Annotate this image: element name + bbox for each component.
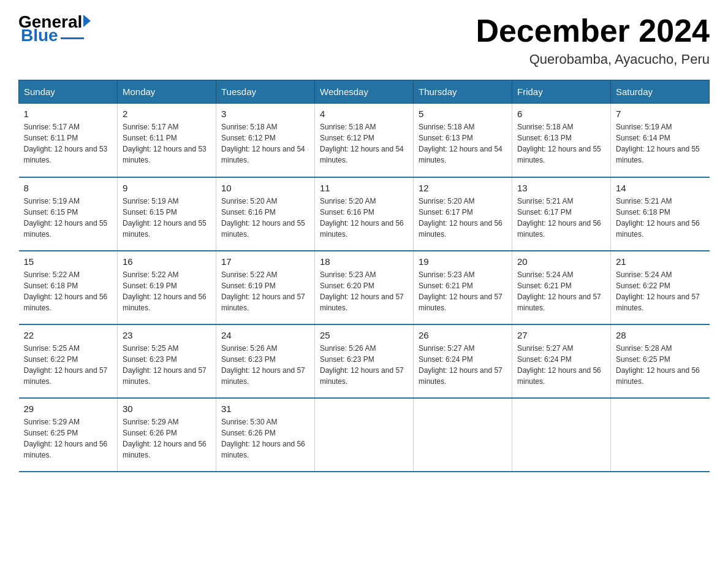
calendar-week-row: 29 Sunrise: 5:29 AM Sunset: 6:25 PM Dayl… (19, 398, 710, 472)
calendar-day-cell: 30 Sunrise: 5:29 AM Sunset: 6:26 PM Dayl… (118, 398, 216, 472)
calendar-week-row: 15 Sunrise: 5:22 AM Sunset: 6:18 PM Dayl… (19, 251, 710, 324)
day-number: 11 (320, 183, 408, 193)
calendar-week-row: 8 Sunrise: 5:19 AM Sunset: 6:15 PM Dayli… (19, 177, 710, 251)
logo: General Blue (18, 12, 91, 45)
header: General Blue December 2024 Querobamba, A… (18, 12, 710, 67)
day-number: 10 (221, 183, 309, 193)
calendar-day-cell (315, 398, 414, 472)
day-info: Sunrise: 5:29 AM Sunset: 6:26 PM Dayligh… (123, 416, 211, 461)
day-of-week-header: Tuesday (216, 80, 315, 104)
day-info: Sunrise: 5:20 AM Sunset: 6:16 PM Dayligh… (320, 196, 408, 240)
day-info: Sunrise: 5:19 AM Sunset: 6:15 PM Dayligh… (24, 196, 113, 240)
calendar-day-cell: 19 Sunrise: 5:23 AM Sunset: 6:21 PM Dayl… (414, 251, 512, 324)
day-number: 15 (24, 256, 113, 267)
calendar-day-cell: 11 Sunrise: 5:20 AM Sunset: 6:16 PM Dayl… (315, 177, 414, 251)
calendar-day-cell: 17 Sunrise: 5:22 AM Sunset: 6:19 PM Dayl… (216, 251, 315, 324)
calendar-week-row: 1 Sunrise: 5:17 AM Sunset: 6:11 PM Dayli… (19, 104, 710, 177)
day-info: Sunrise: 5:23 AM Sunset: 6:21 PM Dayligh… (419, 269, 507, 313)
title-area: December 2024 Querobamba, Ayacucho, Peru (476, 12, 710, 67)
day-info: Sunrise: 5:22 AM Sunset: 6:19 PM Dayligh… (123, 269, 211, 313)
day-number: 26 (419, 330, 507, 340)
calendar-day-cell: 1 Sunrise: 5:17 AM Sunset: 6:11 PM Dayli… (19, 104, 118, 177)
day-of-week-header: Monday (118, 80, 216, 104)
day-info: Sunrise: 5:30 AM Sunset: 6:26 PM Dayligh… (221, 416, 309, 461)
day-number: 27 (517, 330, 605, 340)
day-number: 5 (419, 109, 507, 119)
calendar-day-cell: 29 Sunrise: 5:29 AM Sunset: 6:25 PM Dayl… (19, 398, 118, 472)
day-of-week-header: Friday (512, 80, 611, 104)
day-info: Sunrise: 5:29 AM Sunset: 6:25 PM Dayligh… (24, 416, 113, 461)
month-title: December 2024 (476, 12, 710, 49)
day-number: 23 (123, 330, 211, 340)
day-info: Sunrise: 5:27 AM Sunset: 6:24 PM Dayligh… (419, 343, 507, 387)
day-info: Sunrise: 5:21 AM Sunset: 6:17 PM Dayligh… (517, 196, 605, 240)
day-number: 20 (517, 256, 605, 267)
day-number: 25 (320, 330, 408, 340)
day-of-week-header: Saturday (611, 80, 710, 104)
calendar-day-cell: 26 Sunrise: 5:27 AM Sunset: 6:24 PM Dayl… (414, 324, 512, 398)
day-info: Sunrise: 5:18 AM Sunset: 6:13 PM Dayligh… (419, 121, 507, 166)
day-of-week-header: Sunday (19, 80, 118, 104)
day-of-week-header: Wednesday (315, 80, 414, 104)
day-number: 21 (616, 256, 705, 267)
calendar-day-cell: 3 Sunrise: 5:18 AM Sunset: 6:12 PM Dayli… (216, 104, 315, 177)
calendar-day-cell: 16 Sunrise: 5:22 AM Sunset: 6:19 PM Dayl… (118, 251, 216, 324)
day-info: Sunrise: 5:25 AM Sunset: 6:22 PM Dayligh… (24, 343, 113, 387)
calendar-header-row: SundayMondayTuesdayWednesdayThursdayFrid… (19, 80, 710, 104)
day-number: 2 (123, 109, 211, 119)
day-number: 7 (616, 109, 705, 119)
calendar-day-cell: 6 Sunrise: 5:18 AM Sunset: 6:13 PM Dayli… (512, 104, 611, 177)
calendar-day-cell: 9 Sunrise: 5:19 AM Sunset: 6:15 PM Dayli… (118, 177, 216, 251)
calendar-day-cell: 23 Sunrise: 5:25 AM Sunset: 6:23 PM Dayl… (118, 324, 216, 398)
day-info: Sunrise: 5:27 AM Sunset: 6:24 PM Dayligh… (517, 343, 605, 387)
day-info: Sunrise: 5:26 AM Sunset: 6:23 PM Dayligh… (221, 343, 309, 387)
day-info: Sunrise: 5:22 AM Sunset: 6:18 PM Dayligh… (24, 269, 113, 313)
day-info: Sunrise: 5:21 AM Sunset: 6:18 PM Dayligh… (616, 196, 705, 240)
calendar-day-cell: 15 Sunrise: 5:22 AM Sunset: 6:18 PM Dayl… (19, 251, 118, 324)
day-number: 18 (320, 256, 408, 267)
day-info: Sunrise: 5:19 AM Sunset: 6:14 PM Dayligh… (616, 121, 705, 166)
day-number: 30 (123, 404, 211, 414)
calendar-day-cell: 10 Sunrise: 5:20 AM Sunset: 6:16 PM Dayl… (216, 177, 315, 251)
day-number: 13 (517, 183, 605, 193)
day-info: Sunrise: 5:24 AM Sunset: 6:21 PM Dayligh… (517, 269, 605, 313)
day-info: Sunrise: 5:22 AM Sunset: 6:19 PM Dayligh… (221, 269, 309, 313)
day-number: 29 (24, 404, 113, 414)
calendar-day-cell: 27 Sunrise: 5:27 AM Sunset: 6:24 PM Dayl… (512, 324, 611, 398)
logo-blue-text: Blue (21, 26, 58, 45)
calendar-day-cell: 8 Sunrise: 5:19 AM Sunset: 6:15 PM Dayli… (19, 177, 118, 251)
calendar-day-cell: 7 Sunrise: 5:19 AM Sunset: 6:14 PM Dayli… (611, 104, 710, 177)
calendar-day-cell: 31 Sunrise: 5:30 AM Sunset: 6:26 PM Dayl… (216, 398, 315, 472)
day-info: Sunrise: 5:18 AM Sunset: 6:13 PM Dayligh… (517, 121, 605, 166)
logo-triangle-icon (83, 15, 91, 27)
day-info: Sunrise: 5:19 AM Sunset: 6:15 PM Dayligh… (123, 196, 211, 240)
calendar-day-cell: 13 Sunrise: 5:21 AM Sunset: 6:17 PM Dayl… (512, 177, 611, 251)
day-info: Sunrise: 5:18 AM Sunset: 6:12 PM Dayligh… (221, 121, 309, 166)
calendar-day-cell: 24 Sunrise: 5:26 AM Sunset: 6:23 PM Dayl… (216, 324, 315, 398)
day-info: Sunrise: 5:28 AM Sunset: 6:25 PM Dayligh… (616, 343, 705, 387)
day-number: 28 (616, 330, 705, 340)
day-info: Sunrise: 5:20 AM Sunset: 6:17 PM Dayligh… (419, 196, 507, 240)
day-number: 9 (123, 183, 211, 193)
day-of-week-header: Thursday (414, 80, 512, 104)
day-number: 17 (221, 256, 309, 267)
calendar-day-cell (512, 398, 611, 472)
day-number: 14 (616, 183, 705, 193)
day-info: Sunrise: 5:24 AM Sunset: 6:22 PM Dayligh… (616, 269, 705, 313)
calendar-day-cell: 14 Sunrise: 5:21 AM Sunset: 6:18 PM Dayl… (611, 177, 710, 251)
calendar-table: SundayMondayTuesdayWednesdayThursdayFrid… (18, 80, 710, 472)
day-info: Sunrise: 5:26 AM Sunset: 6:23 PM Dayligh… (320, 343, 408, 387)
calendar-day-cell: 2 Sunrise: 5:17 AM Sunset: 6:11 PM Dayli… (118, 104, 216, 177)
day-number: 4 (320, 109, 408, 119)
day-info: Sunrise: 5:23 AM Sunset: 6:20 PM Dayligh… (320, 269, 408, 313)
calendar-day-cell: 21 Sunrise: 5:24 AM Sunset: 6:22 PM Dayl… (611, 251, 710, 324)
day-number: 3 (221, 109, 309, 119)
day-number: 24 (221, 330, 309, 340)
day-number: 31 (221, 404, 309, 414)
day-number: 8 (24, 183, 113, 193)
day-number: 6 (517, 109, 605, 119)
calendar-day-cell: 4 Sunrise: 5:18 AM Sunset: 6:12 PM Dayli… (315, 104, 414, 177)
calendar-week-row: 22 Sunrise: 5:25 AM Sunset: 6:22 PM Dayl… (19, 324, 710, 398)
calendar-day-cell: 22 Sunrise: 5:25 AM Sunset: 6:22 PM Dayl… (19, 324, 118, 398)
day-number: 16 (123, 256, 211, 267)
